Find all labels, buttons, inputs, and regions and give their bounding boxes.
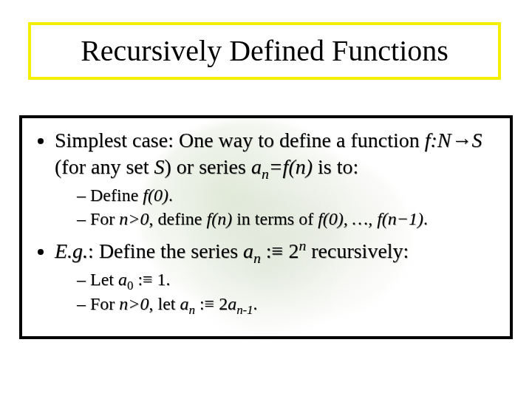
text: is to: — [313, 155, 358, 178]
sub-bullet-1b: For n>0, define f(n) in terms of f(0), …… — [77, 207, 499, 231]
sub-bullet-2a: Let a0 :≡ 1. — [77, 267, 499, 291]
math: =f(n) — [269, 155, 313, 178]
text: , define — [149, 209, 207, 228]
text: (for any set — [55, 155, 154, 178]
subscript: n — [262, 166, 269, 181]
text: . — [253, 294, 258, 313]
text: :≡ 2 — [261, 239, 299, 262]
text: recursively: — [306, 239, 409, 262]
superscript: n — [299, 238, 306, 253]
math: f:N→S — [425, 129, 482, 151]
math: a — [228, 294, 236, 313]
text: For — [90, 209, 119, 228]
math: S — [154, 155, 165, 178]
math: f(0), …, f(n−1) — [318, 209, 423, 228]
text: . — [423, 209, 428, 228]
sub-bullet-1a: Define f(0). — [77, 183, 499, 207]
text: Let — [90, 270, 118, 289]
text: E.g. — [55, 239, 88, 262]
text: ) or series — [165, 155, 251, 178]
slide: Recursively Defined Functions Simplest c… — [0, 0, 532, 399]
subscript: n-1 — [236, 302, 253, 316]
subscript: n — [189, 302, 195, 316]
text: , let — [149, 294, 180, 313]
sub-bullet-2b: For n>0, let an :≡ 2an-1. — [77, 292, 499, 316]
math: a — [251, 155, 262, 178]
math: f(0) — [143, 185, 168, 205]
math: a — [118, 270, 127, 289]
text: :≡ 1. — [133, 270, 170, 289]
math: n>0 — [119, 209, 149, 228]
text: . — [168, 185, 173, 205]
bullet-1: Simplest case: One way to define a funct… — [55, 127, 499, 231]
title-box: Recursively Defined Functions — [28, 22, 501, 80]
math: a — [243, 239, 253, 262]
sub-list-2: Let a0 :≡ 1. For n>0, let an :≡ 2an-1. — [55, 267, 499, 316]
body-box: Simplest case: One way to define a funct… — [19, 115, 513, 339]
text: For — [90, 294, 119, 313]
math: f(n) — [207, 209, 233, 228]
subscript: n — [253, 250, 261, 266]
slide-title: Recursively Defined Functions — [37, 35, 492, 66]
text: Define — [90, 185, 143, 205]
text: : Define the series — [88, 239, 243, 262]
sub-list-1: Define f(0). For n>0, define f(n) in ter… — [55, 183, 499, 231]
math: n>0 — [119, 294, 149, 313]
text: Simplest case: One way to define a funct… — [55, 129, 425, 151]
bullet-list: Simplest case: One way to define a funct… — [33, 127, 499, 316]
text: in terms of — [232, 209, 318, 228]
text: :≡ 2 — [195, 294, 228, 313]
bullet-2: E.g.: Define the series an :≡ 2n recursi… — [55, 238, 499, 316]
math: a — [180, 294, 189, 313]
